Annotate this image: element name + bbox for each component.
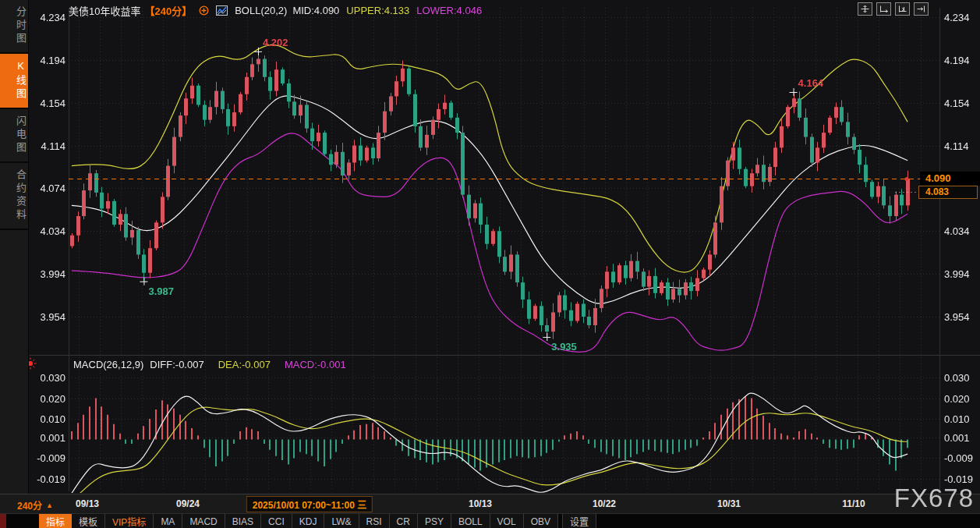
macd-label-left: 0.010 bbox=[30, 413, 65, 425]
macd-label-left: 0.001 bbox=[30, 431, 65, 443]
period-selector-label: 240分 bbox=[17, 498, 42, 512]
boll-label: BOLL(20,2) bbox=[235, 5, 287, 16]
macd-label-left: 0.020 bbox=[30, 392, 65, 404]
price-label-right: 3.954 bbox=[944, 311, 970, 323]
sidebar-tab-0[interactable]: 分时图 bbox=[0, 0, 28, 54]
date-label: 11/10 bbox=[842, 498, 865, 509]
time-axis-strip: 240分 ▲ 09/1309/2410/1310/2210/3111/10 20… bbox=[0, 494, 980, 514]
indicator-toolbar: 指标模板VIP指标MAMACDBIASCCIKDJLW&RSICRPSYBOLL… bbox=[0, 513, 980, 528]
toolbar-item-BIAS[interactable]: BIAS bbox=[225, 514, 261, 528]
toolbar-left-handle[interactable] bbox=[0, 514, 6, 528]
macd-label-right: 0.010 bbox=[944, 413, 970, 425]
price-label-left: 4.114 bbox=[30, 140, 65, 151]
fx678-watermark: FX678 bbox=[894, 484, 974, 513]
scale-left-icon[interactable] bbox=[876, 2, 891, 16]
chart-header: 美债10年收益率 【240分】 BOLL(20,2) MID:4.090 UPP… bbox=[69, 3, 482, 18]
sidebar-tab-1[interactable]: K线图 bbox=[0, 54, 28, 109]
boll-upper-value: UPPER:4.133 bbox=[346, 5, 409, 16]
price-label-left: 3.954 bbox=[30, 311, 65, 323]
toolbar-item-RSI[interactable]: RSI bbox=[359, 514, 390, 528]
pan-crosshair-icon[interactable] bbox=[858, 2, 872, 16]
mini-chart-icon[interactable] bbox=[216, 5, 228, 16]
price-label-right: 4.234 bbox=[944, 12, 970, 23]
toolbar-item-PSY[interactable]: PSY bbox=[418, 514, 451, 528]
boll-mid-value: MID:4.090 bbox=[292, 5, 339, 16]
toolbar-item-CR[interactable]: CR bbox=[390, 514, 418, 528]
boll-mid-price-tag: 4.090 bbox=[920, 172, 980, 186]
sidebar-tab-2[interactable]: 闪电图 bbox=[0, 109, 28, 163]
toolbar-item-指标[interactable]: 指标 bbox=[39, 514, 72, 528]
toolbar-item-KDJ[interactable]: KDJ bbox=[292, 514, 325, 528]
chart-tool-icons bbox=[858, 2, 929, 16]
macd-label-right: 0.020 bbox=[944, 392, 970, 404]
period-up-arrow-icon: ▲ bbox=[46, 501, 53, 509]
date-label: 10/31 bbox=[717, 498, 741, 509]
date-label: 09/13 bbox=[76, 498, 99, 509]
toolbar-item-BOLL[interactable]: BOLL bbox=[451, 514, 490, 528]
sidebar-tab-3[interactable]: 合约资料 bbox=[0, 163, 28, 230]
macd-label-left: 0.030 bbox=[30, 372, 65, 384]
toolbar-spacer bbox=[6, 514, 39, 528]
symbol-title: 美债10年收益率 bbox=[69, 3, 140, 18]
macd-label-left: -0.009 bbox=[30, 452, 65, 464]
price-label-left: 3.994 bbox=[30, 268, 65, 280]
macd-label-right: 0.030 bbox=[944, 372, 970, 384]
period-badge[interactable]: 【240分】 bbox=[144, 3, 192, 18]
session-highlight-label: 2025/10/01 07:00~11:00 三 bbox=[246, 496, 373, 512]
price-label-right: 3.994 bbox=[944, 268, 970, 280]
price-label-left: 4.074 bbox=[30, 182, 65, 194]
macd-dea-value: DEA:-0.007 bbox=[218, 359, 271, 370]
macd-diff-value: DIFF:-0.007 bbox=[150, 359, 203, 370]
trading-app-window: 分时图K线图闪电图合约资料 美债10年收益率 【240分】 BOLL(20,2)… bbox=[0, 0, 980, 528]
price-label-left: 4.234 bbox=[30, 12, 65, 23]
price-label-right: 4.154 bbox=[944, 97, 970, 108]
macd-label-left: -0.019 bbox=[30, 473, 65, 485]
toolbar-item-MA[interactable]: MA bbox=[154, 514, 182, 528]
price-label-right: 4.034 bbox=[944, 225, 970, 237]
chart-canvas[interactable] bbox=[0, 0, 980, 528]
macd-label-right: -0.009 bbox=[944, 452, 973, 464]
toolbar-item-模板[interactable]: 模板 bbox=[72, 514, 105, 528]
toolbar-item-OBV[interactable]: OBV bbox=[524, 514, 558, 528]
price-label-right: 4.194 bbox=[944, 54, 970, 66]
toolbar-item-VOL[interactable]: VOL bbox=[490, 514, 524, 528]
price-label-left: 4.034 bbox=[30, 225, 65, 237]
toolbar-item-VIP指标[interactable]: VIP指标 bbox=[105, 514, 154, 528]
toolbar-item-MACD[interactable]: MACD bbox=[182, 514, 225, 528]
macd-header: MACD(26,12,9) DIFF:-0.007 DEA:-0.007 MAC… bbox=[73, 359, 346, 370]
date-label: 10/13 bbox=[469, 498, 492, 509]
date-label: 09/24 bbox=[176, 498, 200, 509]
add-indicator-icon[interactable] bbox=[199, 5, 209, 16]
price-label-right: 4.114 bbox=[944, 140, 969, 151]
macd-params-label: MACD(26,12,9) bbox=[73, 359, 143, 370]
toolbar-item-CCI[interactable]: CCI bbox=[261, 514, 292, 528]
toolbar-item-LW&[interactable]: LW& bbox=[324, 514, 359, 528]
price-label-left: 4.154 bbox=[30, 97, 65, 108]
macd-macd-value: MACD:-0.001 bbox=[285, 359, 346, 370]
price-label-left: 4.194 bbox=[30, 54, 65, 66]
last-price-tag: 4.083 bbox=[918, 186, 978, 199]
toolbar-item-设置[interactable]: 设置 bbox=[562, 514, 596, 528]
boll-lower-value: LOWER:4.046 bbox=[416, 5, 482, 16]
pan-right-icon[interactable] bbox=[914, 2, 929, 16]
left-sidebar: 分时图K线图闪电图合约资料 bbox=[0, 0, 29, 494]
date-label: 10/22 bbox=[593, 498, 616, 509]
scale-bottom-icon[interactable] bbox=[895, 2, 910, 16]
period-selector[interactable]: 240分 ▲ bbox=[17, 498, 53, 512]
macd-label-right: 0.001 bbox=[944, 431, 970, 443]
